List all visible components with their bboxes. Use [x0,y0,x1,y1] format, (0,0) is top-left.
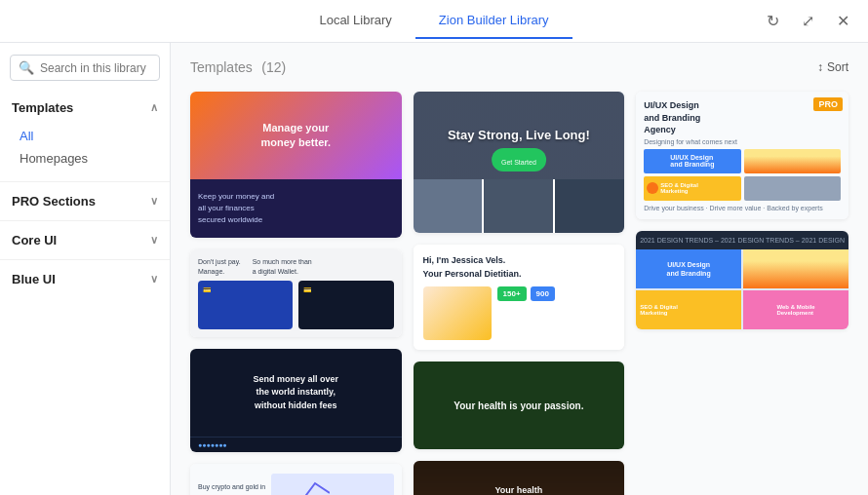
sidebar-section-templates: Templates ∧ All Homepages [0,93,170,177]
blue-ui-label: Blue UI [12,272,56,286]
stat-150: 150+ [497,286,527,301]
content-area: Templates (12) ↕ Sort PRO Manage yourmon… [171,43,868,495]
template-column-3: PRO UI/UX Designand BrandingAgency Desig… [636,92,848,495]
template-card-agency[interactable]: PRO UI/UX Designand BrandingAgency Desig… [636,92,848,219]
refresh-button[interactable]: ↻ [759,8,786,35]
health-text: Your health is your passion. [454,400,583,411]
core-ui-label: Core UI [12,233,57,248]
agency-taglines: Drive your business · Drive more value ·… [644,205,841,211]
divider-2 [0,220,170,221]
templates-chevron-up: ∧ [150,101,158,114]
send-money-text: Send money all overthe world instantly,w… [254,373,339,413]
core-ui-chevron: ∨ [150,234,158,247]
trends-label: 2021 DESIGN TRENDS – 2021 DESIGN TRENDS … [640,237,845,244]
pro-sections-chevron: ∨ [150,195,158,208]
finance-hero-title: Manage yourmoney better. [261,121,332,151]
search-box[interactable]: 🔍 [10,55,160,81]
sidebar-item-homepages[interactable]: Homepages [12,147,158,170]
main-layout: 🔍 Templates ∧ All Homepages PRO Sections… [0,43,868,495]
crypto-text: Buy crypto and gold inseconds directly f… [198,482,265,495]
template-card-send-money[interactable]: Send money all overthe world instantly,w… [190,349,402,452]
content-header: Templates (12) ↕ Sort [190,58,848,76]
sidebar-section-core: Core UI ∨ [0,225,170,255]
header: Local Library Zion Builder Library ↻ ⤢ ✕ [0,0,868,43]
web-label: Web & MobileDevelopment [776,304,814,316]
blue-ui-header[interactable]: Blue UI ∨ [12,264,158,294]
template-card-wallet[interactable]: Don't just pay.Manage. So much more than… [190,249,402,337]
template-card-finance-hero[interactable]: PRO Manage yourmoney better. Keep your m… [190,92,402,238]
template-card-crypto[interactable]: Buy crypto and gold inseconds directly f… [190,464,402,495]
sort-icon: ↕ [817,60,823,74]
sidebar-section-blue: Blue UI ∨ [0,264,170,294]
template-column-1: PRO Manage yourmoney better. Keep your m… [190,92,402,495]
template-card-health-food[interactable]: Your health is your passion. [414,362,625,449]
search-input[interactable] [40,61,171,75]
core-ui-header[interactable]: Core UI ∨ [12,225,158,255]
template-card-food2[interactable]: Your healthis your passion. [414,461,625,495]
stat-900: 900 [531,286,555,301]
dietitian-title: Hi, I'm Jessica Vels.Your Personal Dieti… [423,254,615,281]
blue-ui-chevron: ∨ [150,273,158,286]
tab-zion-library[interactable]: Zion Builder Library [415,3,572,39]
templates-section-header[interactable]: Templates ∧ [12,93,158,123]
agency-title: UI/UX Designand BrandingAgency [644,99,841,136]
template-column-2: PRO Stay Strong, Live Long! Get Started [414,92,625,495]
sort-label: Sort [827,60,848,74]
header-actions: ↻ ⤢ ✕ [759,8,856,35]
agency-sub: Designing for what comes next [644,138,841,145]
sidebar-item-all[interactable]: All [12,125,158,147]
templates-heading: Templates [190,59,253,75]
pro-sections-header[interactable]: PRO Sections ∨ [12,186,158,216]
templates-nav: All Homepages [12,123,158,177]
pro-badge-agency: PRO [813,97,843,111]
divider-1 [0,181,170,182]
finance-hero-subtitle: Keep your money andall your financessecu… [198,191,274,226]
sort-button[interactable]: ↕ Sort [817,60,848,74]
pro-sections-label: PRO Sections [12,194,96,209]
header-tab-group: Local Library Zion Builder Library [296,3,572,39]
sidebar-section-pro: PRO Sections ∨ [0,186,170,216]
tab-local-library[interactable]: Local Library [296,3,414,39]
divider-3 [0,259,170,260]
templates-label: Templates [12,100,73,115]
template-grid: PRO Manage yourmoney better. Keep your m… [190,92,848,495]
expand-button[interactable]: ⤢ [794,8,821,35]
fitness-title: Stay Strong, Live Long! [448,127,590,144]
template-card-trends[interactable]: 2021 DESIGN TRENDS – 2021 DESIGN TRENDS … [636,231,848,329]
template-card-fitness[interactable]: PRO Stay Strong, Live Long! Get Started [414,92,625,233]
search-icon: 🔍 [19,60,34,75]
food2-text: Your healthis your passion. [486,485,553,495]
agency2-title: UI/UX Designand Branding [667,260,711,278]
templates-count: (12) [261,59,286,75]
content-title: Templates (12) [190,58,286,76]
seo-label: SEO & DigitalMarketing [640,304,678,316]
template-card-dietitian[interactable]: Hi, I'm Jessica Vels.Your Personal Dieti… [414,245,625,350]
sidebar: 🔍 Templates ∧ All Homepages PRO Sections… [0,43,171,495]
close-button[interactable]: ✕ [829,8,856,35]
